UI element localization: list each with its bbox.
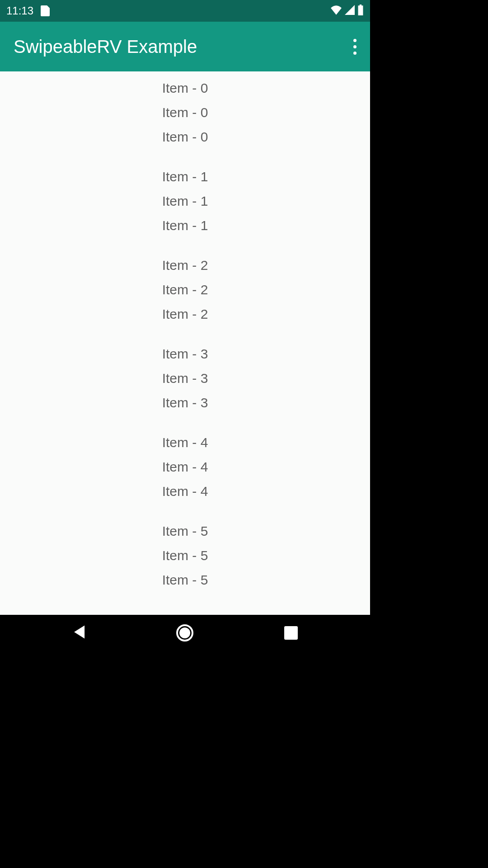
list-item[interactable]: Item - 1 [0, 213, 370, 238]
list-group[interactable]: Item - 4Item - 4Item - 4 [0, 426, 370, 514]
list-group[interactable]: Item - 0Item - 0Item - 0 [0, 71, 370, 160]
sd-card-icon [41, 5, 50, 16]
battery-icon [357, 5, 364, 17]
list-item[interactable]: Item - 1 [0, 165, 370, 189]
more-vert-icon [353, 52, 357, 55]
list-item[interactable]: Item - 1 [0, 189, 370, 213]
content-area[interactable]: Item - 0Item - 0Item - 0Item - 1Item - 1… [0, 71, 370, 615]
list-item[interactable]: Item - 4 [0, 455, 370, 479]
list-item[interactable]: Item - 3 [0, 366, 370, 391]
list-item[interactable]: Item - 2 [0, 302, 370, 326]
list-group[interactable]: Item - 6 [0, 603, 370, 615]
list-group[interactable]: Item - 2Item - 2Item - 2 [0, 249, 370, 337]
app-bar: SwipeableRV Example [0, 22, 370, 71]
list-item[interactable]: Item - 3 [0, 391, 370, 415]
status-bar: 11:13 [0, 0, 370, 22]
signal-icon [345, 5, 355, 17]
list-item[interactable]: Item - 0 [0, 76, 370, 100]
app-title: SwipeableRV Example [14, 37, 197, 57]
list-item[interactable]: Item - 5 [0, 519, 370, 543]
list-item[interactable]: Item - 4 [0, 430, 370, 455]
list-item[interactable]: Item - 5 [0, 568, 370, 592]
status-left: 11:13 [6, 5, 50, 17]
list-item[interactable]: Item - 2 [0, 253, 370, 278]
home-button[interactable] [176, 624, 193, 642]
overflow-menu-button[interactable] [350, 35, 360, 58]
status-time: 11:13 [6, 5, 33, 17]
more-vert-icon [353, 39, 357, 42]
list-group[interactable]: Item - 5Item - 5Item - 5 [0, 514, 370, 603]
navigation-bar [0, 615, 370, 651]
list-group[interactable]: Item - 3Item - 3Item - 3 [0, 337, 370, 426]
more-vert-icon [353, 45, 357, 48]
wifi-icon [330, 5, 342, 17]
back-button[interactable] [72, 624, 86, 642]
status-right [330, 5, 364, 17]
recent-apps-button[interactable] [284, 626, 298, 640]
list-item[interactable]: Item - 2 [0, 278, 370, 302]
list-item[interactable]: Item - 0 [0, 100, 370, 125]
list-group[interactable]: Item - 1Item - 1Item - 1 [0, 160, 370, 249]
list-item[interactable]: Item - 6 [0, 608, 370, 615]
list-item[interactable]: Item - 4 [0, 479, 370, 504]
list-item[interactable]: Item - 3 [0, 342, 370, 366]
phone-screen: 11:13 SwipeableRV Example Item - 0Item -… [0, 0, 370, 651]
list-item[interactable]: Item - 0 [0, 125, 370, 149]
list-item[interactable]: Item - 5 [0, 543, 370, 568]
